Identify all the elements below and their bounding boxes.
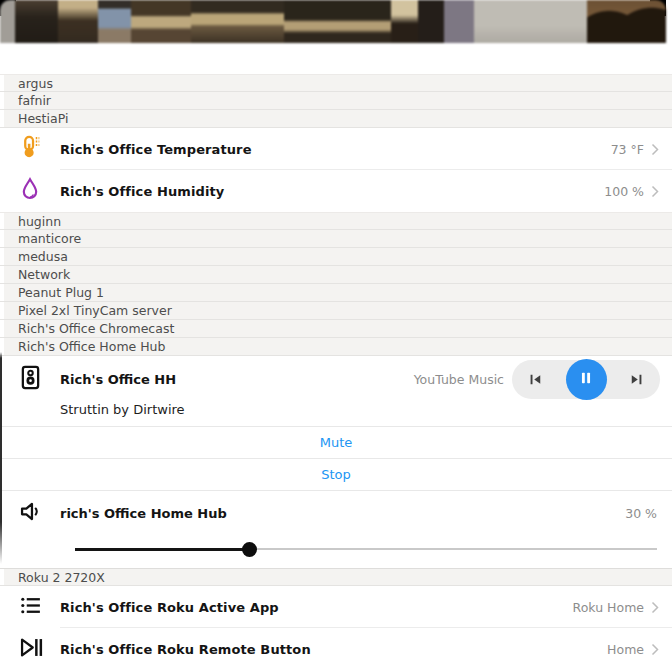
media-controls (512, 360, 660, 399)
entity-name: Rich's Office Temperature (60, 142, 611, 157)
volume-slider-fill (75, 548, 250, 551)
entity-value: Roku Home (573, 600, 644, 615)
entity-name: Rich's Office Roku Remote Button (60, 642, 607, 657)
device-row-hestiapi[interactable]: HestiaPi (0, 110, 672, 128)
chevron-right-icon (651, 601, 659, 614)
entity-row-humidity[interactable]: Rich's Office Humidity 100 % (0, 170, 672, 212)
scroll-indicator (0, 352, 2, 564)
entity-name: Rich's Office Roku Active App (60, 600, 573, 615)
device-row-medusa[interactable]: medusa (0, 248, 672, 266)
device-row-fafnir[interactable]: fafnir (0, 92, 672, 110)
device-row-tinycam[interactable]: Pixel 2xl TinyCam server (0, 302, 672, 320)
device-list-app: argus fafnir HestiaPi Rich's Office Temp… (0, 0, 672, 670)
pause-icon (577, 369, 595, 390)
device-row-huginn[interactable]: huginn (0, 212, 672, 230)
entity-row-roku-active-app[interactable]: Rich's Office Roku Active App Roku Home (0, 586, 672, 628)
speaker-icon (17, 364, 44, 395)
now-playing-label: Struttin by Dirtwire (0, 402, 672, 426)
header-photo (0, 0, 666, 43)
volume-medium-icon (17, 498, 44, 529)
pause-button[interactable] (566, 359, 607, 400)
entity-value: 73 °F (611, 142, 644, 157)
device-row-network[interactable]: Network (0, 266, 672, 284)
entity-value: 100 % (604, 184, 644, 199)
chevron-right-icon (651, 143, 659, 156)
volume-slider-thumb[interactable] (242, 542, 257, 557)
device-row-manticore[interactable]: manticore (0, 230, 672, 248)
device-row-roku[interactable]: Roku 2 2720X (0, 568, 672, 586)
thermometer-icon (17, 134, 43, 164)
volume-value: 30 % (625, 506, 657, 521)
device-group-list-top: argus fafnir HestiaPi (0, 74, 672, 128)
entity-value: Home (607, 642, 644, 657)
spacer (0, 43, 672, 74)
water-drop-icon (17, 176, 43, 206)
chevron-right-icon (651, 185, 659, 198)
volume-section: rich's Office Home Hub 30 % (0, 490, 672, 565)
entity-name: Rich's Office Humidity (60, 184, 604, 199)
media-app-label: YouTube Music (414, 372, 504, 387)
chevron-right-icon (651, 643, 659, 656)
mute-button[interactable]: Mute (0, 426, 672, 458)
device-group-list-middle: huginn manticore medusa Network Peanut P… (0, 212, 672, 356)
skip-next-button[interactable] (625, 368, 648, 391)
list-bulleted-icon (18, 593, 43, 622)
skip-previous-button[interactable] (524, 368, 547, 391)
entity-row-roku-remote-button[interactable]: Rich's Office Roku Remote Button Home (0, 628, 672, 670)
media-player-card: Rich's Office HH YouTube Music Struttin … (0, 356, 672, 565)
device-row-peanut-plug[interactable]: Peanut Plug 1 (0, 284, 672, 302)
device-row-chromecast[interactable]: Rich's Office Chromecast (0, 320, 672, 338)
volume-slider[interactable] (75, 541, 657, 557)
device-row-argus[interactable]: argus (0, 74, 672, 92)
stop-button[interactable]: Stop (0, 458, 672, 490)
header-photo-banner (0, 0, 672, 43)
entity-row-temperature[interactable]: Rich's Office Temperature 73 °F (0, 128, 672, 170)
play-pause-icon (17, 634, 44, 665)
volume-entity-name: rich's Office Home Hub (60, 506, 625, 521)
device-row-home-hub[interactable]: Rich's Office Home Hub (0, 338, 672, 356)
media-player-row[interactable]: Rich's Office HH YouTube Music (0, 356, 672, 402)
media-player-name: Rich's Office HH (60, 372, 414, 387)
